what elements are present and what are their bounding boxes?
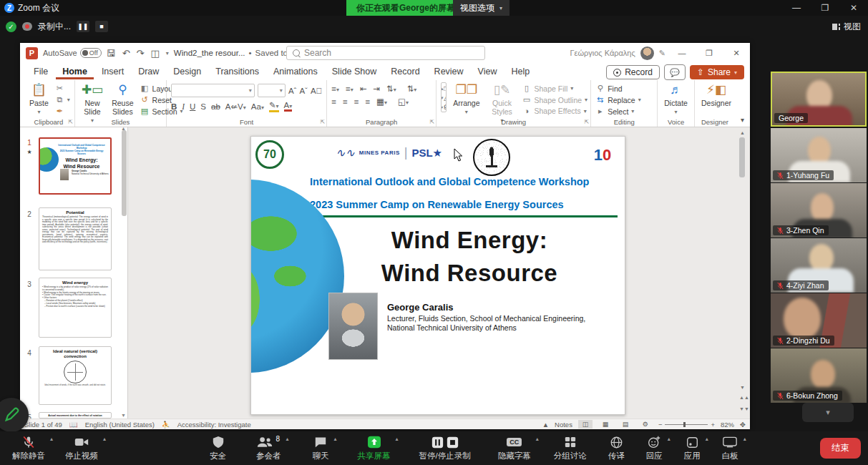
notes-button[interactable]: Notes (555, 421, 572, 429)
chevron-up-icon[interactable]: ▴ (286, 436, 288, 442)
ppt-restore-button[interactable]: ❐ (696, 43, 723, 63)
record-button[interactable]: Record (606, 65, 660, 79)
tab-design[interactable]: Design (167, 64, 208, 79)
participant-video-george[interactable]: George (771, 72, 867, 127)
participant-video-dingzhi-du[interactable]: 2-Dingzhi Du (771, 293, 867, 348)
share-screen-button[interactable]: 共享屏幕▴ (353, 433, 396, 464)
decrease-indent-button[interactable]: ⇤ (360, 84, 367, 94)
increase-indent-button[interactable]: ⇥ (373, 84, 380, 94)
align-left-button[interactable]: ≡ (331, 97, 336, 106)
canvas-scrollbar[interactable]: ▲ ▼ ▲▲ ▼▼ (739, 129, 746, 420)
shape-outline-button[interactable]: ▭Shape Outline▾ (522, 95, 588, 104)
customize-qat-chevron-icon[interactable]: ▾ (166, 50, 169, 57)
reuse-slides-button[interactable]: ⚲ Reuse Slides (109, 82, 135, 117)
collapse-videos-button[interactable]: ▾ (802, 403, 854, 422)
shape-effects-button[interactable]: ◑Shape Effects▾ (522, 107, 588, 115)
apps-button[interactable]: 应用▴ (679, 433, 706, 464)
chevron-up-icon[interactable]: ▴ (395, 436, 398, 442)
scroll-down-icon[interactable]: ▼ (739, 385, 746, 390)
participants-button[interactable]: 8 参会者▴ (251, 433, 286, 464)
arrange-button[interactable]: ❐❐ Arrange▾ (451, 82, 482, 116)
character-spacing-button[interactable]: A⇍V▾ (225, 102, 246, 112)
unmute-button[interactable]: 解除静音▴ (7, 433, 50, 464)
replace-button[interactable]: ⇆Replace▾ (595, 95, 641, 104)
participant-video-zhen-qin[interactable]: 3-Zhen Qin (771, 183, 867, 238)
view-options-button[interactable]: 视图选项 ▾ (453, 0, 509, 16)
clipboard-dialog-launcher[interactable]: ⇱ (68, 119, 73, 125)
stop-recording-button[interactable]: ■ (95, 21, 108, 32)
paragraph-dialog-launcher[interactable]: ⇱ (429, 119, 434, 125)
zoom-out-icon[interactable]: − (658, 421, 663, 429)
shapes-scroll[interactable]: ▲▼▾ (441, 83, 446, 112)
tab-view[interactable]: View (472, 64, 504, 79)
ppt-minimize-button[interactable]: — (668, 43, 696, 63)
redo-icon[interactable]: ↷ (137, 48, 145, 59)
slide-thumbnail-4[interactable]: Ideal natural (vertical) convection Idea… (39, 346, 112, 405)
chevron-up-icon[interactable]: ▴ (50, 436, 53, 442)
strikethrough-button[interactable]: ab (211, 102, 220, 111)
autosave-toggle[interactable]: AutoSave Off (43, 48, 102, 58)
maximize-button[interactable]: ❐ (811, 0, 839, 16)
pause-recording-button[interactable]: ❚❚ (77, 21, 89, 32)
format-painter-button[interactable]: ✒ (55, 107, 70, 116)
slide-thumbnail-5[interactable]: Actual movement due to the effect of rot… (39, 412, 112, 418)
share-button[interactable]: ⇧Share▾ (690, 65, 744, 79)
accessibility-status[interactable]: Accessibility: Investigate (177, 421, 251, 429)
bullets-button[interactable]: ≡▾ (331, 84, 339, 93)
italic-button[interactable]: I (182, 102, 185, 111)
tab-review[interactable]: Review (428, 64, 470, 79)
comments-button[interactable]: 💬 (664, 64, 686, 80)
align-center-button[interactable]: ≡ (343, 97, 348, 106)
bold-button[interactable]: B (171, 102, 177, 111)
copy-button[interactable]: ⧉▾ (55, 95, 70, 104)
save-icon[interactable]: 🖫 (107, 48, 116, 59)
tab-slide-show[interactable]: Slide Show (326, 64, 384, 79)
chat-button[interactable]: 聊天▴ (308, 433, 334, 464)
drawing-dialog-launcher[interactable]: ⇱ (584, 119, 589, 125)
autosave-toggle-switch[interactable]: Off (80, 48, 102, 58)
zoom-percentage[interactable]: 82% (721, 421, 734, 429)
reading-view-button[interactable]: ▤ (618, 420, 633, 429)
slide-thumbnail-1[interactable]: International Outlook and Global Compete… (39, 137, 112, 195)
chevron-up-icon[interactable]: ▴ (536, 436, 539, 442)
tab-record[interactable]: Record (384, 64, 426, 79)
gallery-view-button[interactable]: 视图 (832, 19, 861, 34)
slide-thumbnail-2[interactable]: Potential Theoretical (meteorological) p… (39, 207, 112, 270)
chevron-up-icon[interactable]: ▴ (706, 436, 708, 442)
line-spacing-button[interactable]: ⇅▾ (386, 84, 396, 94)
participant-video-bokun-zhong[interactable]: 6-Bokun Zhong (771, 348, 867, 403)
security-button[interactable]: 安全 (205, 433, 231, 464)
slideshow-icon[interactable]: ◫ (151, 48, 160, 59)
participant-video-yuhang-fu[interactable]: 1-Yuhang Fu (771, 128, 867, 182)
tab-transitions[interactable]: Transitions (209, 64, 265, 79)
ppt-close-button[interactable]: ✕ (723, 43, 750, 63)
breakout-rooms-button[interactable]: 分组讨论 (549, 433, 592, 464)
chevron-up-icon[interactable]: ▴ (668, 436, 670, 442)
slide-thumbnail-3[interactable]: Wind energy • Wind energy is a by-produc… (39, 278, 112, 338)
tab-draw[interactable]: Draw (132, 64, 165, 79)
text-shadow-button[interactable]: S (200, 102, 206, 111)
account-avatar[interactable] (640, 46, 654, 60)
columns-button[interactable]: ▦▾ (376, 97, 387, 107)
close-button[interactable]: ✕ (839, 0, 868, 16)
cut-button[interactable]: ✂ (55, 84, 70, 93)
tab-file[interactable]: File (27, 64, 54, 79)
chevron-up-icon[interactable]: ▴ (103, 436, 106, 442)
zoom-knob[interactable] (683, 422, 686, 427)
tab-help[interactable]: Help (504, 64, 536, 79)
smartart-button[interactable]: ◱▾ (398, 97, 409, 107)
stop-video-button[interactable]: 停止视频▴ (60, 433, 103, 464)
chevron-up-icon[interactable]: ▴ (333, 436, 336, 442)
font-size-combo[interactable]: ▾ (258, 84, 286, 97)
fit-slide-icon[interactable]: ✥ (740, 421, 746, 429)
slideshow-view-button[interactable]: ⚙ (638, 420, 653, 429)
shapes-gallery[interactable]: □╲╲▭○▭ △⌞⌞⇒⇓⌂ ☊⌣⌢{ }☆ ▲▼▾ (441, 82, 447, 112)
align-right-button[interactable]: ≡ (354, 97, 359, 106)
text-direction-button[interactable]: ⇅▾ (407, 84, 417, 94)
shrink-font-button[interactable]: Aˇ (299, 87, 308, 95)
zoom-slider[interactable]: − + (658, 421, 715, 429)
tab-animations[interactable]: Animations (267, 64, 324, 79)
tab-insert[interactable]: Insert (95, 64, 130, 79)
shape-fill-button[interactable]: ▯Shape Fill▾ (522, 84, 588, 93)
notes-icon[interactable]: ▲ (542, 421, 549, 429)
